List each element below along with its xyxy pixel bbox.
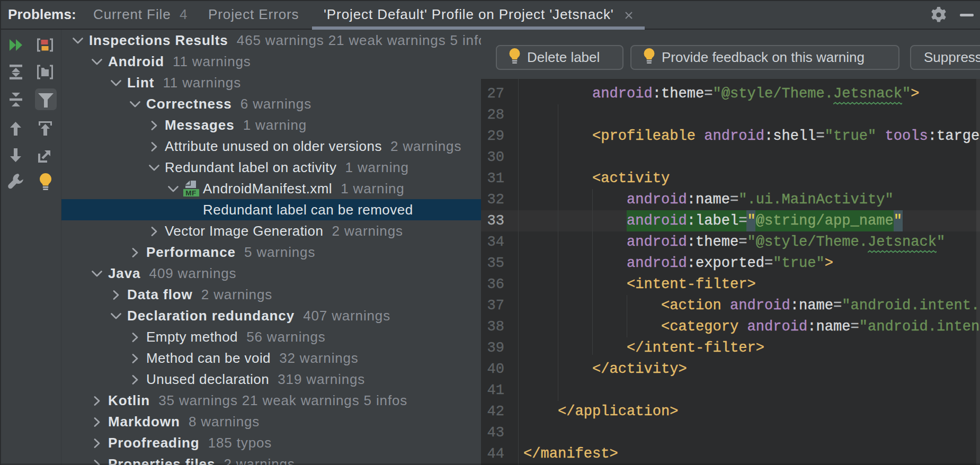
svg-text:MF: MF (185, 189, 197, 197)
